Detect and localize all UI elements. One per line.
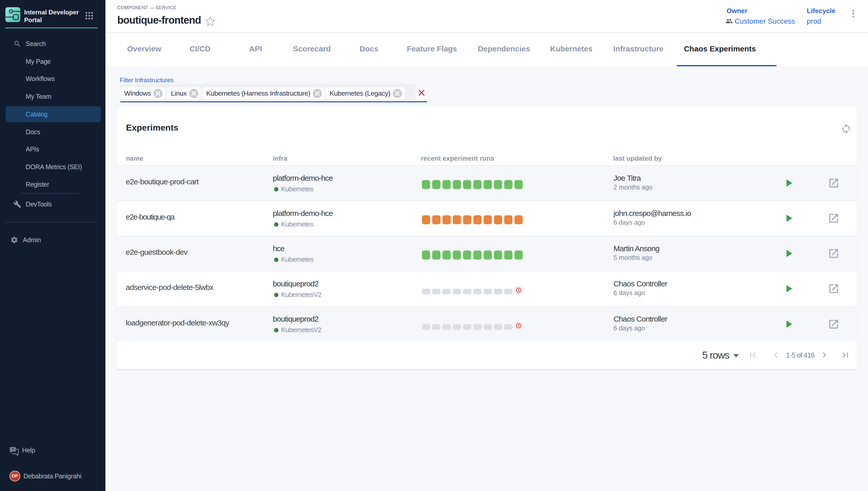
svg-text:?: ? — [11, 447, 14, 452]
